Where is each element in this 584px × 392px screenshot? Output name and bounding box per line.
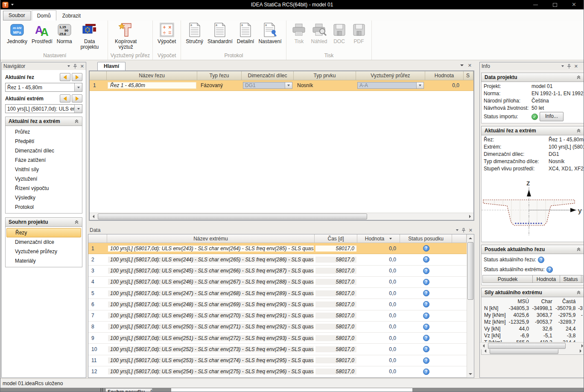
extreme-row[interactable]: 8100 yrs[L] (58017,0d): ULS env(250) - S… [88,322,467,333]
section-name-editbox[interactable]: Řez 1 - 45,80m [108,82,196,89]
column-header-typ-rezu[interactable]: Typ řezu [197,71,242,80]
help-icon[interactable]: ? [538,257,544,263]
column-header-vyztuzeny-prurez[interactable]: Vyztužený průřez [356,71,425,80]
extreme-row[interactable]: 11100 yrs[L] (58017,0d): ULS env(253) - … [88,355,467,366]
extreme-row[interactable]: 1100 yrs[L] (58017,0d): ULS env(243) - S… [88,243,467,254]
next-section-button[interactable] [72,73,82,81]
nav-group-header-souhrn-projektu[interactable]: Souhrn projektu [5,217,82,227]
extreme-row[interactable]: 5100 yrs[L] (58017,0d): ULS env(247) - S… [88,288,467,299]
info-panel-hscrollbar[interactable] [480,342,584,349]
extreme-row[interactable]: 2100 yrs[L] (58017,0d): ULS env(244) - S… [88,254,467,265]
prev-section-button[interactable] [60,73,70,81]
panel-menu-icon[interactable] [456,229,458,231]
ribbon-button-kopirovat-vyztuz[interactable]: Kopírovat výztuž [111,21,141,51]
current-section-header[interactable]: Aktuální řez a extrém [481,126,584,135]
scroll-down-button[interactable] [467,370,474,377]
close-document-icon[interactable]: ✕ [468,63,472,67]
project-data-header[interactable]: Data projektu [481,73,584,82]
nav-item-prurez[interactable]: Průřez [6,127,81,137]
column-header-typ-prvku[interactable]: Typ prvku [294,71,356,80]
help-icon[interactable]: ? [423,369,429,375]
combobox-dropdown-button[interactable] [74,83,82,91]
scroll-right-button[interactable] [578,342,584,349]
column-header-s[interactable]: S [464,71,473,80]
ribbon-button-strucny[interactable]: aStručný [184,21,205,45]
help-icon[interactable]: ? [423,279,429,285]
close-panel-icon[interactable]: ✕ [80,64,84,68]
panel-menu-icon[interactable] [561,65,564,67]
check-column-hodnota[interactable]: Hodnota [533,275,560,283]
nav-item-protokol[interactable]: Protokol [6,202,81,212]
extremes-grid-vscrollbar[interactable] [467,234,474,377]
nav-item-dimenzacni-dilce[interactable]: Dimenzační dílce [6,237,81,247]
current-extreme-combobox[interactable]: 100 yrs[L] (58017,0d): ULS env [5,104,82,113]
ribbon-button-detailni[interactable]: aDetailní [235,21,257,45]
column-header-spacer[interactable] [452,234,467,243]
ribbon-button-tisk[interactable]: Tisk [289,21,309,45]
scroll-left-button[interactable] [90,213,97,220]
column-header-nazev-extremu[interactable]: Název extrému [107,234,315,243]
current-section-combobox[interactable]: Řez 1 - 45,80m [5,83,82,92]
help-icon[interactable]: ? [423,357,429,364]
tab-zobrazit[interactable]: Zobrazit [57,12,86,20]
nav-item-rizeni-vypoctu[interactable]: Řízení výpočtu [6,184,81,193]
pin-icon[interactable] [73,64,77,69]
souhrn-posudku-header[interactable]: Souhrn posudku [105,388,152,392]
ribbon-button-nastaveni[interactable]: aNastavení [256,21,283,45]
column-header-cas-d[interactable]: Čas [d] [315,234,357,243]
ribbon-button-jednotky[interactable]: m·kNMPaJednotky [5,21,29,45]
check-column-status[interactable]: Status [560,275,581,283]
extreme-row[interactable]: 7100 yrs[L] (58017,0d): ULS env(249) - S… [88,310,467,322]
scrollbar-thumb[interactable] [467,242,473,300]
column-header-rownum[interactable] [90,71,107,80]
forces-section-header[interactable]: Síly aktuálního extrému [481,288,584,297]
sections-grid-hscrollbar[interactable] [90,213,473,220]
help-icon[interactable]: ? [423,313,429,319]
scroll-up-button[interactable] [467,234,474,242]
pin-icon[interactable] [567,64,571,69]
chevron-down-icon[interactable] [285,82,292,88]
check-section-header[interactable]: Posudek aktuálního řezu [481,245,584,254]
column-header-dimenzacni-dilec[interactable]: Dimenzační dílec [242,71,294,80]
minimize-button[interactable] [526,0,545,9]
close-panel-icon[interactable]: ✕ [574,64,578,68]
nav-item-rezy[interactable]: Řezy [6,228,81,237]
ribbon-button-vypocet[interactable]: +×÷=Výpočet [155,21,178,45]
combobox-dropdown-button[interactable] [74,105,82,113]
extreme-row[interactable]: 10100 yrs[L] (58017,0d): ULS env(252) - … [88,344,467,355]
panel-menu-icon[interactable] [67,65,70,67]
column-header-rownum[interactable] [88,234,107,243]
pin-icon[interactable] [461,228,466,233]
ribbon-button-doc[interactable]: DOC [330,21,349,45]
help-icon[interactable]: ? [423,268,429,274]
ribbon-button-nahled[interactable]: Náhled [309,21,329,45]
tab-domu[interactable]: Domů [32,10,56,20]
window-position-icon[interactable] [460,64,464,66]
ribbon-button-pdf[interactable]: PDF [349,21,369,45]
column-header-hodnota[interactable]: Hodnota [357,234,400,243]
extreme-row[interactable]: 9100 yrs[L] (58017,0d): ULS env(251) - S… [88,333,467,344]
design-member-combobox[interactable]: DG1 [243,82,292,89]
nav-item-vyztuzene-prurezy[interactable]: Vyztužené průřezy [6,247,81,256]
check-column-posudek[interactable]: Posudek [482,275,533,283]
scroll-right-button[interactable] [466,213,473,220]
close-button[interactable]: ✕ [564,0,584,9]
next-extreme-button[interactable] [72,94,82,102]
nav-item-predpeti[interactable]: Předpětí [6,137,81,146]
help-icon[interactable]: ? [423,301,429,307]
tab-hlavni[interactable]: Hlavní [97,62,126,70]
help-icon[interactable]: ? [546,266,553,273]
ribbon-button-data-projektu[interactable]: Data projektu [74,21,105,51]
scrollbar-thumb[interactable] [488,343,566,349]
sort-desc-icon[interactable] [389,238,392,240]
column-header-nazev-rezu[interactable]: Název řezu [107,71,197,80]
extreme-row[interactable]: 12100 yrs[L] (58017,0d): ULS env(254) - … [88,366,467,377]
scrollbar-thumb[interactable] [98,214,367,219]
quick-access-caret-icon[interactable] [11,4,14,6]
help-icon[interactable]: ? [423,324,429,330]
ribbon-button-standardni[interactable]: aStandardní [205,21,235,45]
help-icon[interactable]: ? [423,245,429,252]
ribbon-button-norma[interactable]: 1,159025.8Norma [55,21,74,45]
nav-item-vyztuzeni[interactable]: Vyztužení [6,174,81,184]
column-header-status-posudku[interactable]: Status posudku [400,234,452,243]
